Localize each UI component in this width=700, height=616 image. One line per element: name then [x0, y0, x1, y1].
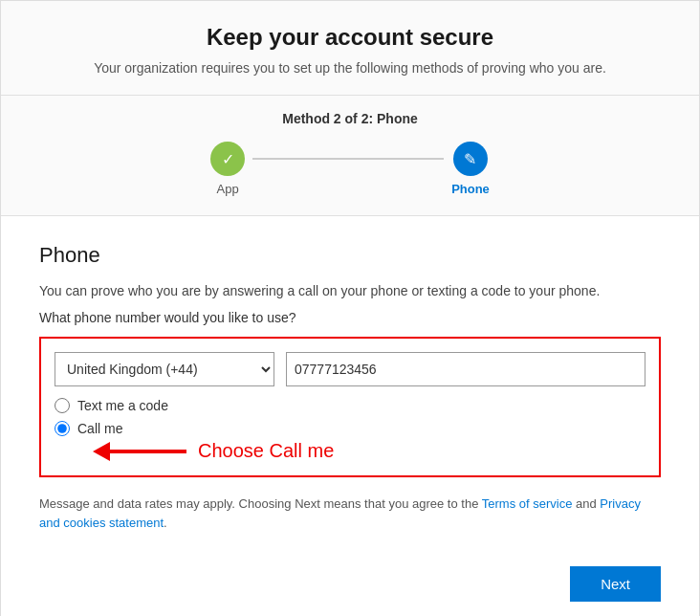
step-app-circle: ✓ [210, 142, 245, 176]
main-card: Keep your account secure Your organizati… [0, 0, 700, 616]
footer-note: Message and data rates may apply. Choosi… [39, 495, 661, 532]
step-app: ✓ App [210, 142, 245, 196]
phone-row: United Kingdom (+44) United States (+1) … [55, 352, 645, 386]
call-me-label: Call me [77, 421, 122, 436]
phone-input-box: United Kingdom (+44) United States (+1) … [39, 337, 661, 477]
arrow-annotation: Choose Call me [93, 440, 334, 462]
contact-method-group: Text me a code Call me [55, 398, 645, 436]
check-icon: ✓ [222, 150, 234, 168]
button-row: Next [1, 551, 699, 616]
page-subtitle: Your organization requires you to set up… [39, 60, 661, 76]
progress-section: Method 2 of 2: Phone ✓ App ✎ Phone [1, 96, 699, 216]
page-title: Keep your account secure [39, 24, 661, 51]
step-phone-circle: ✎ [453, 142, 488, 176]
terms-of-service-link[interactable]: Terms of service [482, 496, 573, 511]
phone-number-input[interactable] [286, 352, 645, 386]
annotation-text: Choose Call me [198, 440, 334, 462]
text-code-radio[interactable] [55, 398, 70, 413]
call-me-option[interactable]: Call me [55, 421, 645, 436]
main-content: Phone You can prove who you are by answe… [1, 216, 699, 551]
annotation-container: Choose Call me [55, 440, 645, 462]
footer-note-end: . [164, 516, 167, 530]
progress-steps: ✓ App ✎ Phone [39, 142, 661, 196]
text-code-option[interactable]: Text me a code [55, 398, 645, 413]
step-phone-label: Phone [451, 182, 490, 196]
step-connector [252, 158, 444, 160]
step-phone: ✎ Phone [451, 142, 490, 196]
pencil-icon: ✎ [464, 150, 476, 168]
footer-note-start: Message and data rates may apply. Choosi… [39, 496, 482, 511]
next-button[interactable]: Next [570, 566, 661, 602]
arrow-body [110, 450, 186, 453]
text-code-label: Text me a code [77, 398, 168, 413]
country-select[interactable]: United Kingdom (+44) United States (+1) … [55, 352, 274, 386]
footer-note-mid: and [572, 496, 600, 511]
description-text: You can prove who you are by answering a… [39, 283, 661, 298]
method-label: Method 2 of 2: Phone [39, 111, 661, 126]
section-title: Phone [39, 243, 661, 268]
question-text: What phone number would you like to use? [39, 310, 661, 325]
header-section: Keep your account secure Your organizati… [1, 1, 699, 96]
call-me-radio[interactable] [55, 421, 70, 436]
step-app-label: App [217, 182, 239, 196]
arrow-head-icon [93, 442, 110, 461]
